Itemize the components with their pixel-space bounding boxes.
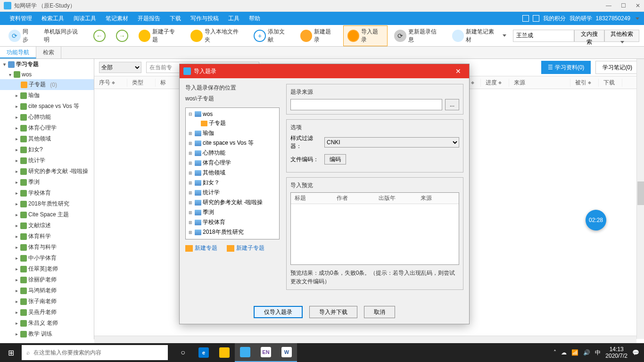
dtree-item[interactable]: ⊞学校体育 [188,217,277,227]
my-study-link[interactable]: 我的研学 [570,15,592,23]
import-record-button[interactable]: 导入题录 [343,25,388,46]
tree-item[interactable]: ▸马鸿韬老师 [0,285,94,296]
search-in-content-button[interactable]: 文内搜索 [574,30,604,42]
new-note-button[interactable]: 新建笔记素材 [448,26,510,46]
menu-resource[interactable]: 资料管理 [5,15,37,23]
add-doc-button[interactable]: +添加文献 [250,26,294,46]
pcol-title[interactable]: 标题 [291,193,333,204]
tree-item[interactable]: ▸任翠英|老师 [0,263,94,274]
col-cited[interactable]: 被引◆ [570,79,599,87]
tree-item[interactable]: ▸瑜伽 [0,90,94,101]
study-note-button[interactable]: 学习笔记(0) [595,61,639,74]
edge-app[interactable]: e [193,343,214,362]
notification-icon[interactable]: 💬 [632,349,639,356]
dtree-wos[interactable]: ⊟wos [188,110,277,118]
menu-write[interactable]: 写作与投稿 [186,15,223,23]
tree-item[interactable]: ▸研究的参考文献 -啦啦操 [0,166,94,177]
import-download-button[interactable]: 导入并下载 [309,306,357,318]
dtree-item[interactable]: ⊞统计学 [188,188,277,197]
dtree-item[interactable]: ⊞2018年质性研究 [188,227,277,237]
other-search-button[interactable]: 其他检索 [604,30,639,42]
col-download[interactable]: 下载 [599,79,622,87]
dtree-item[interactable]: ⊞季浏 [188,207,277,217]
tree-root[interactable]: ▾学习专题 [0,59,94,70]
tree-item[interactable]: ▸妇女? [0,144,94,155]
tree-item[interactable]: ▸朱昌义 老师 [0,318,94,329]
endnote-app[interactable]: EN [256,343,276,362]
tree-item[interactable]: ▸教学 训练 [0,329,94,339]
study-material-button[interactable]: ☰ 学习资料(0) [541,61,591,74]
new-record-button[interactable]: 新建题录 [297,26,340,46]
explorer-app[interactable] [214,343,235,362]
user-dropdown-icon[interactable] [636,17,639,20]
tree-item[interactable]: ▸体育与科学 [0,242,94,253]
tree-item[interactable]: ▸心肺功能 [0,112,94,123]
tree-item[interactable]: ▸体育科学 [0,231,94,242]
pcol-year[interactable]: 出版年 [375,193,417,204]
tree-item[interactable]: ▸体育心理学 [0,123,94,133]
new-topic-action[interactable]: 新建专题 [185,244,217,252]
filter-select[interactable]: 全部 [99,62,141,73]
dtree-item[interactable]: ⊞cite space vs Vos 等 [188,138,277,148]
taskbar-clock[interactable]: 14:13 2020/7/2 [605,346,627,360]
tray-cloud-icon[interactable]: ☁ [561,349,567,356]
sidebar-tree[interactable]: ▾学习专题 ▾wos 子专题 (0) ▸瑜伽▸cite space vs Vos… [0,59,94,339]
source-path-input[interactable] [290,99,442,110]
tree-item[interactable]: ▸季浏 [0,177,94,188]
dtree-item[interactable]: ⊞体育心理学 [188,158,277,168]
tree-subtopic[interactable]: 子专题 (0) [0,79,94,90]
import-only-button[interactable]: 仅导入题录 [254,306,303,318]
tree-item[interactable]: ▸吴燕丹老师 [0,307,94,318]
grid-icon[interactable] [522,15,529,22]
menu-tools[interactable]: 工具 [223,15,244,23]
tab-search[interactable]: 检索 [36,47,61,58]
new-subtopic-button[interactable]: 新建子专题 [135,26,184,46]
dtree-item[interactable]: ⊞妇女？ [188,178,277,188]
style-filter-select[interactable]: CNKI [324,137,459,148]
pcol-author[interactable]: 作者 [333,193,375,204]
col-source[interactable]: 来源 [509,79,570,87]
col-type[interactable]: 类型 [127,79,156,87]
tree-wos[interactable]: ▾wos [0,70,94,79]
encoding-button[interactable]: 编码 [324,154,346,165]
cortana-button[interactable]: ○ [173,343,193,362]
word-app[interactable]: W [276,343,297,362]
tree-item[interactable]: ▸张子南老师 [0,296,94,307]
close-button[interactable]: ✕ [636,2,640,9]
tray-volume-icon[interactable]: 🔊 [583,349,590,356]
menu-search-tool[interactable]: 检索工具 [37,15,69,23]
dialog-close-button[interactable]: ✕ [451,67,465,75]
tree-item[interactable]: ▸中小学体育 [0,253,94,263]
timer-badge[interactable]: 02:28 [586,210,606,230]
minimize-button[interactable]: — [606,2,611,9]
menu-help[interactable]: 帮助 [244,15,265,23]
horizontal-scrollbar[interactable] [94,336,636,343]
tree-item[interactable]: ▸Cite Space 主题 [0,209,94,220]
tree-item[interactable]: ▸cite space vs Vos 等 [0,101,94,112]
tab-nav[interactable]: 功能导航 [0,47,36,58]
import-local-button[interactable]: 导入本地文件夹 [187,26,247,46]
menu-download[interactable]: 下载 [165,15,186,23]
user-phone[interactable]: 18327850249 [596,15,630,22]
menu-read-tool[interactable]: 阅读工具 [69,15,101,23]
menu-notes[interactable]: 笔记素材 [101,15,133,23]
dialog-tree[interactable]: ⊟wos 子专题 ⊞瑜伽⊞cite space vs Vos 等⊞心肺功能⊞体育… [185,107,280,239]
dtree-sub[interactable]: 子专题 [188,118,277,128]
tree-item[interactable]: ▸统计学 [0,155,94,166]
my-points-link[interactable]: 我的积分 [543,15,566,23]
col-progress[interactable]: 进度◆ [481,79,509,87]
update-record-button[interactable]: ⟳更新题录信息 [390,26,445,46]
tree-item[interactable]: ▸徐丽萨老师 [0,274,94,285]
cancel-button[interactable]: 取消 [364,306,395,318]
start-button[interactable]: ⊞ [0,348,22,357]
dtree-item[interactable]: ⊞瑜伽 [188,128,277,138]
tree-item[interactable]: ▸文献综述 [0,220,94,231]
new-subtopic-action[interactable]: 新建子专题 [227,244,264,252]
tree-item[interactable]: ▸其他领域 [0,133,94,144]
preview-grid[interactable]: 标题 作者 出版年 来源 [290,192,459,265]
menu-proposal[interactable]: 开题报告 [133,15,165,23]
ime-indicator[interactable]: 中 [595,349,601,357]
dtree-item[interactable]: ⊞研究的参考文献 -啦啦操 [188,197,277,207]
pcol-source[interactable]: 来源 [417,193,459,204]
maximize-button[interactable]: ☐ [621,2,626,9]
